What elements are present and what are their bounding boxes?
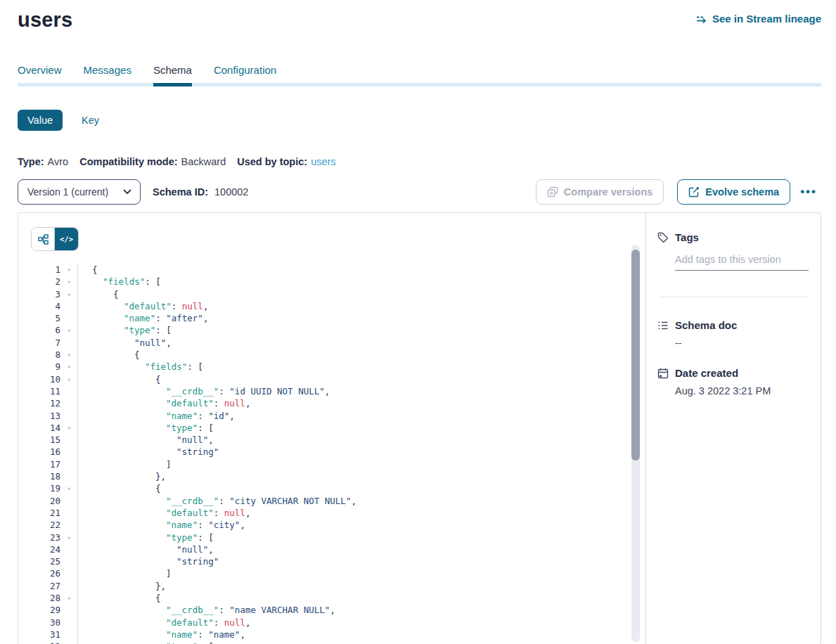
value-toggle-button[interactable]: Value (18, 110, 63, 131)
code-line: 25"string" (31, 555, 645, 567)
tab-configuration[interactable]: Configuration (214, 63, 276, 77)
line-number: 25 (31, 555, 60, 567)
code-text: "type": [ (77, 640, 645, 644)
line-number: 20 (31, 495, 60, 507)
fold-spacer (60, 312, 77, 324)
code-line: 6▾"type": [ (31, 324, 645, 336)
line-number: 22 (31, 519, 60, 531)
evolve-schema-button[interactable]: Evolve schema (677, 179, 790, 205)
code-text: "type": [ (77, 422, 645, 434)
key-toggle-link[interactable]: Key (82, 115, 99, 126)
fold-spacer (60, 507, 77, 519)
code-line: 29"__crdb__": "name VARCHAR NULL", (31, 604, 645, 616)
fold-spacer (60, 385, 77, 397)
code-text: "default": null, (77, 617, 645, 629)
fold-spacer (60, 337, 77, 349)
fold-toggle-icon[interactable]: ▾ (60, 276, 77, 288)
code-text: "__crdb__": "name VARCHAR NULL", (77, 604, 645, 616)
fold-toggle-icon[interactable]: ▾ (60, 422, 77, 434)
editor-scrollbar[interactable] (631, 245, 640, 642)
schema-panel: </> 1▾{2▾"fields": [3▾{4"default": null,… (18, 212, 821, 644)
fold-toggle-icon[interactable]: ▾ (60, 264, 77, 276)
line-number: 19 (31, 482, 60, 494)
code-text: "__crdb__": "id UUID NOT NULL", (77, 385, 645, 397)
fold-spacer (60, 555, 77, 567)
tree-view-button[interactable] (32, 228, 55, 250)
page-title: users (18, 7, 72, 32)
code-line: 13"name": "id", (31, 410, 645, 422)
fold-toggle-icon[interactable]: ▾ (60, 482, 77, 494)
code-text: "string" (77, 446, 645, 458)
code-text: "string" (77, 555, 645, 567)
calendar-plus-icon (657, 368, 669, 379)
fold-toggle-icon[interactable]: ▾ (60, 640, 77, 644)
line-number: 11 (31, 385, 60, 397)
code-text: "name": "city", (77, 519, 645, 531)
schema-sidebar: Tags Schema doc -- (646, 213, 821, 644)
fold-spacer (60, 410, 77, 422)
code-text: ] (77, 567, 645, 579)
fold-toggle-icon[interactable]: ▾ (60, 373, 77, 385)
schema-doc-section: Schema doc -- (657, 319, 809, 349)
code-text: "name": "name", (77, 629, 645, 640)
line-number: 31 (31, 629, 60, 640)
compatibility-value: Backward (181, 156, 226, 167)
topic-link[interactable]: users (311, 156, 335, 167)
code-line: 20"__crdb__": "city VARCHAR NOT NULL", (31, 495, 645, 507)
view-toggle: </> (31, 227, 79, 251)
code-line: 22"name": "city", (31, 519, 645, 531)
fold-toggle-icon[interactable]: ▾ (60, 349, 77, 361)
code-view-button[interactable]: </> (55, 228, 78, 250)
code-text: "type": [ (77, 532, 645, 543)
code-text: { (77, 592, 645, 604)
tab-schema[interactable]: Schema (153, 63, 192, 77)
fold-spacer (60, 446, 77, 458)
code-line: 32▾"type": [ (31, 640, 645, 644)
code-text: "null", (77, 543, 645, 555)
code-line: 27}, (31, 580, 645, 592)
compare-versions-button[interactable]: Compare versions (536, 179, 664, 205)
tags-header: Tags (657, 231, 809, 243)
fold-toggle-icon[interactable]: ▾ (60, 532, 77, 543)
code-text: ] (77, 458, 645, 470)
code-text: { (77, 264, 645, 276)
more-actions-button[interactable]: ••• (796, 185, 821, 199)
code-line: 18}, (31, 470, 645, 482)
code-line: 8▾{ (31, 349, 645, 361)
tab-messages[interactable]: Messages (84, 63, 131, 77)
code-text: { (77, 288, 645, 300)
code-text: "null", (77, 337, 645, 349)
code-line: 14▾"type": [ (31, 422, 645, 434)
line-number: 32 (31, 640, 60, 644)
tab-overview[interactable]: Overview (18, 63, 62, 77)
fold-toggle-icon[interactable]: ▾ (60, 361, 77, 373)
fold-toggle-icon[interactable]: ▾ (60, 592, 77, 604)
fold-toggle-icon[interactable]: ▾ (60, 288, 77, 300)
scrollbar-thumb[interactable] (631, 250, 640, 461)
value-key-toggle: Value Key (18, 110, 821, 131)
fold-spacer (60, 617, 77, 629)
schema-id-value: 100002 (214, 186, 248, 198)
code-text: "name": "id", (77, 410, 645, 422)
fold-toggle-icon[interactable]: ▾ (60, 324, 77, 336)
code-line: 7"null", (31, 337, 645, 349)
tags-title: Tags (675, 231, 699, 243)
fold-spacer (60, 604, 77, 616)
line-number: 23 (31, 532, 60, 543)
version-select[interactable]: Version 1 (current) (18, 179, 141, 205)
stream-lineage-label: See in Stream lineage (712, 13, 821, 25)
code-text: { (77, 373, 645, 385)
tag-icon (657, 232, 669, 243)
add-tags-input[interactable] (675, 252, 809, 271)
code-line: 21"default": null, (31, 507, 645, 519)
compare-versions-icon (547, 186, 558, 198)
schema-id: Schema ID: 100002 (153, 186, 248, 198)
schema-page: users See in Stream lineage Overview Mes… (0, 0, 836, 644)
stream-lineage-link[interactable]: See in Stream lineage (696, 13, 821, 25)
code-line: 9▾"fields": [ (31, 361, 645, 373)
fold-spacer (60, 300, 77, 312)
version-select-value: Version 1 (current) (27, 186, 108, 198)
version-toolbar: Version 1 (current) Schema ID: 100002 Co… (18, 179, 821, 205)
fold-spacer (60, 397, 77, 409)
schema-doc-title: Schema doc (675, 319, 737, 331)
